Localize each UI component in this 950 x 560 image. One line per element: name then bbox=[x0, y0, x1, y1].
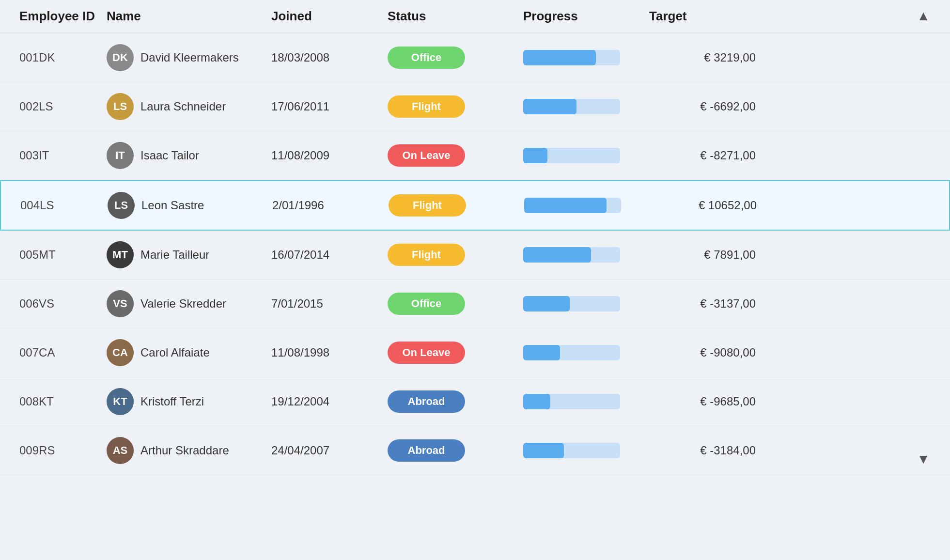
joined-date: 7/01/2015 bbox=[271, 297, 388, 311]
employee-name: Leon Sastre bbox=[141, 199, 204, 212]
name-cell: CA Carol Alfaiate bbox=[107, 339, 271, 366]
joined-date: 11/08/1998 bbox=[271, 346, 388, 359]
col-joined: Joined bbox=[271, 9, 388, 24]
progress-cell bbox=[523, 247, 649, 263]
progress-bar-background bbox=[524, 198, 621, 213]
employee-name: Kristoff Terzi bbox=[140, 395, 204, 408]
progress-cell bbox=[523, 99, 649, 114]
employee-id: 004LS bbox=[20, 199, 108, 212]
progress-bar-fill bbox=[523, 148, 547, 163]
employee-id: 007CA bbox=[19, 346, 107, 359]
table-row[interactable]: 005MT MT Marie Tailleur 16/07/2014 Fligh… bbox=[0, 231, 950, 280]
status-badge: Abroad bbox=[388, 390, 465, 413]
name-cell: LS Leon Sastre bbox=[108, 192, 272, 219]
table-row[interactable]: 004LS LS Leon Sastre 2/01/1996 Flight € … bbox=[0, 180, 950, 231]
status-cell: Flight bbox=[388, 244, 523, 266]
progress-bar-fill bbox=[523, 50, 596, 65]
progress-bar-fill bbox=[524, 198, 607, 213]
name-cell: LS Laura Schneider bbox=[107, 93, 271, 120]
status-cell: On Leave bbox=[388, 342, 523, 364]
name-cell: KT Kristoff Terzi bbox=[107, 388, 271, 415]
progress-bar-fill bbox=[523, 296, 570, 311]
joined-date: 24/04/2007 bbox=[271, 444, 388, 457]
joined-date: 18/03/2008 bbox=[271, 51, 388, 64]
progress-bar-background bbox=[523, 296, 620, 311]
status-cell: Office bbox=[388, 293, 523, 315]
joined-date: 19/12/2004 bbox=[271, 395, 388, 408]
table-row[interactable]: 001DK DK David Kleermakers 18/03/2008 Of… bbox=[0, 33, 950, 82]
avatar: CA bbox=[107, 339, 134, 366]
employee-name: Carol Alfaiate bbox=[140, 346, 210, 359]
employee-name: Valerie Skredder bbox=[140, 297, 226, 311]
avatar: DK bbox=[107, 44, 134, 71]
table-row[interactable]: 009RS AS Arthur Skraddare 24/04/2007 Abr… bbox=[0, 426, 950, 475]
employee-name: Laura Schneider bbox=[140, 100, 226, 113]
status-badge: On Leave bbox=[388, 342, 465, 364]
table-body: 001DK DK David Kleermakers 18/03/2008 Of… bbox=[0, 33, 950, 475]
progress-cell bbox=[523, 50, 649, 65]
status-cell: Abroad bbox=[388, 439, 523, 462]
progress-bar-background bbox=[523, 345, 620, 360]
progress-bar-fill bbox=[523, 247, 591, 263]
status-cell: Flight bbox=[388, 95, 523, 118]
target-value: € 3219,00 bbox=[649, 51, 756, 64]
progress-cell bbox=[523, 148, 649, 163]
employee-name: Isaac Tailor bbox=[140, 149, 199, 162]
scroll-up-button[interactable]: ▲ bbox=[911, 4, 935, 28]
status-cell: Office bbox=[388, 47, 523, 69]
target-value: € 10652,00 bbox=[650, 199, 757, 212]
progress-bar-background bbox=[523, 148, 620, 163]
employee-id: 002LS bbox=[19, 100, 107, 113]
progress-bar-background bbox=[523, 443, 620, 458]
avatar: LS bbox=[107, 93, 134, 120]
progress-bar-fill bbox=[523, 345, 560, 360]
status-badge: Flight bbox=[389, 194, 466, 217]
employee-id: 009RS bbox=[19, 444, 107, 457]
status-cell: Flight bbox=[389, 194, 524, 217]
employee-name: Marie Tailleur bbox=[140, 248, 209, 262]
name-cell: VS Valerie Skredder bbox=[107, 290, 271, 317]
avatar: MT bbox=[107, 241, 134, 268]
name-cell: IT Isaac Tailor bbox=[107, 142, 271, 169]
avatar: AS bbox=[107, 437, 134, 464]
progress-bar-fill bbox=[523, 394, 550, 409]
target-value: € -9080,00 bbox=[649, 346, 756, 359]
target-value: € -3137,00 bbox=[649, 297, 756, 311]
col-name: Name bbox=[107, 9, 271, 24]
table-row[interactable]: 006VS VS Valerie Skredder 7/01/2015 Offi… bbox=[0, 280, 950, 328]
avatar: VS bbox=[107, 290, 134, 317]
progress-bar-background bbox=[523, 50, 620, 65]
progress-cell bbox=[523, 394, 649, 409]
avatar: LS bbox=[108, 192, 135, 219]
employee-id: 001DK bbox=[19, 51, 107, 64]
col-target: Target bbox=[649, 9, 756, 24]
progress-bar-background bbox=[523, 99, 620, 114]
table-row[interactable]: 008KT KT Kristoff Terzi 19/12/2004 Abroa… bbox=[0, 377, 950, 426]
status-cell: Abroad bbox=[388, 390, 523, 413]
table-row[interactable]: 003IT IT Isaac Tailor 11/08/2009 On Leav… bbox=[0, 131, 950, 180]
target-value: € -6692,00 bbox=[649, 100, 756, 113]
table-row[interactable]: 002LS LS Laura Schneider 17/06/2011 Flig… bbox=[0, 82, 950, 131]
target-value: € -3184,00 bbox=[649, 444, 756, 457]
scroll-down-button[interactable]: ▼ bbox=[911, 447, 935, 471]
status-badge: Flight bbox=[388, 95, 465, 118]
joined-date: 17/06/2011 bbox=[271, 100, 388, 113]
employee-id: 003IT bbox=[19, 149, 107, 162]
col-employee-id: Employee ID bbox=[19, 9, 107, 24]
name-cell: MT Marie Tailleur bbox=[107, 241, 271, 268]
progress-cell bbox=[523, 345, 649, 360]
employee-name: Arthur Skraddare bbox=[140, 444, 229, 457]
progress-bar-background bbox=[523, 394, 620, 409]
employee-name: David Kleermakers bbox=[140, 51, 239, 64]
col-progress: Progress bbox=[523, 9, 649, 24]
table-container: ▲ Employee ID Name Joined Status Progres… bbox=[0, 0, 950, 475]
joined-date: 2/01/1996 bbox=[272, 199, 389, 212]
progress-bar-background bbox=[523, 247, 620, 263]
table-row[interactable]: 007CA CA Carol Alfaiate 11/08/1998 On Le… bbox=[0, 328, 950, 377]
status-badge: Office bbox=[388, 293, 465, 315]
progress-bar-fill bbox=[523, 99, 576, 114]
table-header: Employee ID Name Joined Status Progress … bbox=[0, 0, 950, 33]
target-value: € -8271,00 bbox=[649, 149, 756, 162]
employee-id: 005MT bbox=[19, 248, 107, 262]
status-badge: On Leave bbox=[388, 144, 465, 167]
